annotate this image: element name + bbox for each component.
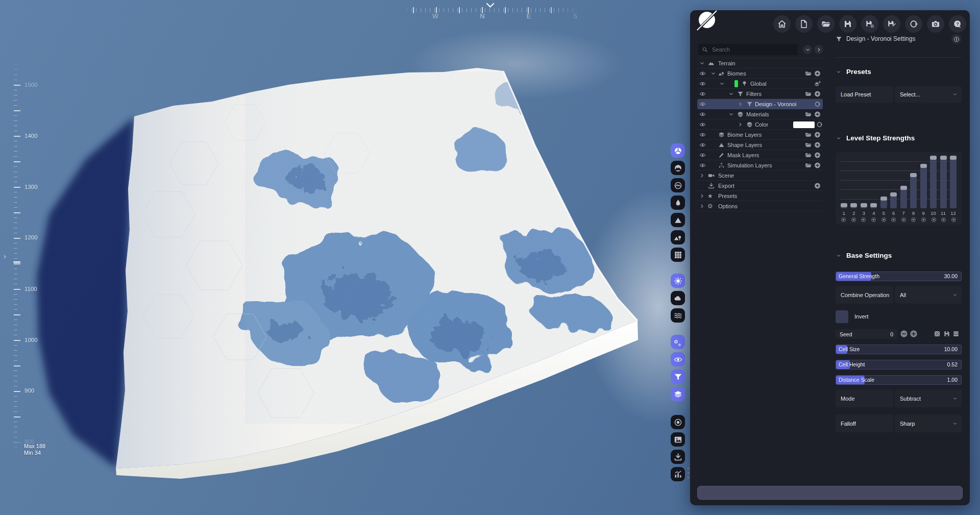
open-project-button[interactable] — [817, 15, 835, 33]
help-button[interactable] — [949, 15, 966, 33]
level-steps-section-header[interactable]: Level Step Strengths — [846, 134, 915, 142]
tree-row-biome-layers[interactable]: Biome Layers — [697, 130, 823, 140]
save-seed-icon[interactable] — [943, 330, 950, 337]
chevron-right-icon[interactable] — [699, 203, 705, 209]
tree-row-biomes[interactable]: Biomes — [697, 68, 823, 79]
cell-size-slider[interactable]: Cell Size 10.00 — [836, 345, 962, 354]
level-eye-icon[interactable] — [921, 217, 926, 223]
layers-button[interactable] — [671, 387, 685, 401]
search-input[interactable] — [711, 46, 788, 53]
level-eye-icon[interactable] — [871, 217, 876, 223]
add-icon[interactable] — [814, 111, 821, 117]
folder-icon[interactable] — [805, 162, 812, 168]
biome-objects-button[interactable] — [671, 230, 685, 244]
mountain-view-button[interactable] — [671, 213, 685, 227]
level-bar-1[interactable] — [841, 203, 847, 208]
level-bar-2[interactable] — [850, 203, 857, 208]
folder-icon[interactable] — [805, 141, 812, 148]
level-eye-icon[interactable] — [891, 217, 896, 223]
level-bar-5[interactable] — [880, 197, 887, 208]
chevron-right-icon[interactable] — [699, 193, 705, 199]
chevron-down-icon[interactable] — [719, 81, 725, 86]
level-bar-11[interactable] — [940, 156, 947, 208]
sync-icon[interactable] — [816, 121, 823, 128]
level-bar-7[interactable] — [900, 186, 907, 208]
tree-row-scene[interactable]: Scene — [697, 170, 823, 181]
seed-history-icon[interactable] — [952, 330, 960, 337]
add-icon[interactable] — [814, 141, 821, 148]
eye-icon[interactable] — [699, 111, 706, 117]
level-eye-icon[interactable] — [841, 217, 846, 223]
general-strength-value[interactable]: 30.00 — [944, 272, 958, 281]
eye-icon[interactable] — [699, 152, 706, 158]
level-eye-icon[interactable] — [901, 217, 906, 223]
tree-row-simulation-layers[interactable]: Simulation Layers — [697, 160, 823, 170]
save-button[interactable] — [839, 15, 856, 33]
tree-row-mask-layers[interactable]: Mask Layers — [697, 150, 823, 160]
level-eye-icon[interactable] — [941, 217, 946, 223]
panel-resize-grip[interactable] — [688, 468, 689, 469]
tree-row-presets[interactable]: ★ Presets — [697, 191, 823, 201]
screenshot-button[interactable] — [927, 15, 944, 33]
snapshot-button[interactable] — [671, 432, 685, 447]
home-button[interactable] — [773, 15, 791, 33]
chevron-down-icon[interactable] — [728, 111, 734, 117]
auto-process-button[interactable] — [671, 335, 685, 349]
seed-field[interactable]: Seed 0 — [836, 329, 897, 339]
level-bar-9[interactable] — [920, 164, 927, 208]
visibility-button[interactable] — [671, 352, 685, 366]
combine-operation-dropdown[interactable]: All — [895, 286, 962, 304]
search-field[interactable] — [698, 44, 798, 55]
eye-icon[interactable] — [699, 121, 706, 128]
seed-increment-button[interactable] — [910, 330, 918, 338]
cell-height-slider[interactable]: Cell Height 0.52 — [836, 360, 962, 370]
load-preset-dropdown[interactable]: Select... — [895, 86, 962, 103]
distance-scale-value[interactable]: 1.00 — [947, 376, 958, 384]
planet-heightfield-button[interactable] — [671, 161, 685, 175]
level-bar-8[interactable] — [910, 173, 917, 208]
level-bar-12[interactable] — [950, 156, 957, 208]
seed-value[interactable]: 0 — [890, 331, 893, 337]
eye-icon[interactable] — [699, 90, 706, 97]
tree-row-shape-layers[interactable]: Shape Layers — [697, 140, 823, 150]
eye-icon[interactable] — [699, 101, 706, 107]
level-eye-icon[interactable] — [911, 217, 916, 223]
chevron-down-icon[interactable] — [728, 91, 734, 96]
level-eye-icon[interactable] — [861, 217, 866, 223]
level-bar-10[interactable] — [930, 156, 937, 208]
chevron-down-icon[interactable] — [836, 69, 841, 75]
chevron-right-icon[interactable] — [738, 101, 743, 107]
chevron-down-icon[interactable] — [710, 70, 716, 76]
cell-size-value[interactable]: 10.00 — [944, 345, 958, 354]
randomize-dice-icon[interactable] — [934, 330, 941, 337]
folder-icon[interactable] — [805, 152, 812, 158]
global-color-swatch[interactable] — [734, 80, 738, 87]
level-bar-4[interactable] — [870, 203, 877, 208]
general-strength-slider[interactable]: General Strength 30.00 — [836, 272, 962, 281]
level-eye-icon[interactable] — [851, 217, 856, 223]
seed-decrement-button[interactable] — [900, 330, 908, 338]
level-bar-6[interactable] — [890, 192, 897, 208]
panel-resize-grip[interactable] — [688, 472, 689, 474]
tree-row-global[interactable]: Global — [697, 79, 823, 89]
base-settings-section-header[interactable]: Base Settings — [846, 252, 892, 259]
folder-icon[interactable] — [805, 111, 812, 117]
add-icon[interactable] — [814, 70, 821, 77]
tree-row-options[interactable]: ⚙ Options — [697, 201, 823, 211]
eye-icon[interactable] — [699, 70, 706, 77]
search-prev-button[interactable] — [803, 45, 812, 54]
clouds-button[interactable] — [671, 291, 685, 305]
sphere-view-button[interactable] — [671, 143, 685, 158]
tree-row-filters[interactable]: Filters — [697, 89, 823, 99]
new-file-button[interactable] — [795, 15, 813, 33]
tree-row-design-voronoi[interactable]: Design - Voronoi — [697, 99, 823, 109]
expand-panel-chevron-icon[interactable]: › — [4, 252, 6, 260]
add-icon[interactable] — [814, 162, 821, 168]
chevron-down-icon[interactable] — [699, 60, 705, 66]
folder-icon[interactable] — [805, 70, 812, 77]
add-icon[interactable] — [814, 131, 821, 138]
add-icon[interactable] — [814, 90, 821, 97]
folder-icon[interactable] — [805, 90, 812, 97]
level-bar-3[interactable] — [861, 203, 867, 208]
chevron-right-icon[interactable] — [738, 121, 743, 127]
